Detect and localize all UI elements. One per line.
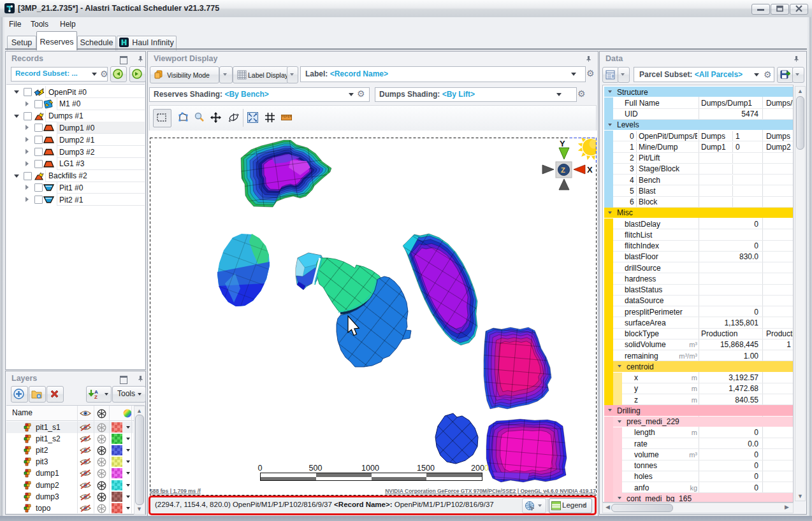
svg-text:Y: Y: [560, 139, 565, 148]
svg-text:X: X: [587, 165, 593, 175]
svg-text:Z: Z: [561, 166, 565, 174]
svg-text:Z: Z: [94, 394, 98, 399]
